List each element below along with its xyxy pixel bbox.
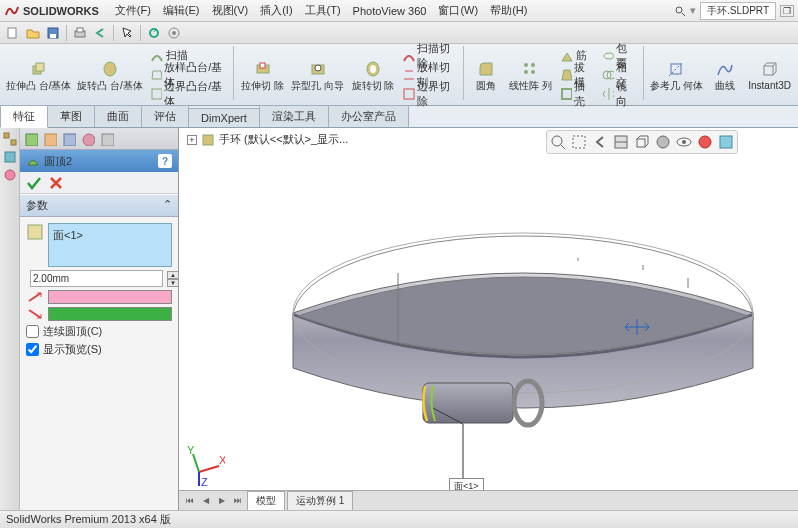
undo-icon[interactable] — [91, 24, 109, 42]
mirror-button[interactable]: 镜向 — [599, 85, 639, 103]
instant3d-button[interactable]: Instant3D — [745, 46, 794, 103]
svg-point-9 — [172, 31, 176, 35]
pm-tab-tree-icon[interactable] — [23, 131, 39, 147]
cut-revolve-button[interactable]: 旋转切 除 — [349, 46, 398, 103]
open-icon[interactable] — [24, 24, 42, 42]
hole-wizard-button[interactable]: 异型孔 向导 — [289, 46, 347, 103]
tab-nav-prev[interactable]: ◀ — [199, 494, 213, 508]
tab-nav-next[interactable]: ▶ — [215, 494, 229, 508]
continuous-dome-checkbox[interactable]: 连续圆顶(C) — [26, 324, 172, 339]
chk1-input[interactable] — [26, 325, 39, 338]
cut-extrude-button[interactable]: 拉伸切 除 — [238, 46, 287, 103]
tab-nav-last[interactable]: ⏭ — [231, 494, 245, 508]
restore-icon[interactable]: ❐ — [780, 5, 794, 17]
menu-insert[interactable]: 插入(I) — [254, 1, 298, 20]
svg-point-22 — [531, 63, 535, 67]
tab-dimxpert[interactable]: DimXpert — [188, 108, 260, 127]
svg-rect-37 — [45, 134, 57, 146]
status-text: SolidWorks Premium 2013 x64 版 — [6, 512, 171, 527]
status-bar: SolidWorks Premium 2013 x64 版 — [0, 510, 798, 528]
tab-render[interactable]: 渲染工具 — [259, 105, 329, 127]
graphics-viewport[interactable]: + 手环 (默认<<默认>_显示... — [179, 128, 798, 510]
face-select-icon — [26, 223, 44, 241]
model-render — [183, 138, 793, 498]
svg-point-19 — [370, 65, 376, 73]
svg-point-17 — [315, 65, 321, 71]
params-group-header[interactable]: 参数⌃ — [20, 194, 178, 217]
tab-office[interactable]: 办公室产品 — [328, 105, 409, 127]
show-preview-checkbox[interactable]: 显示预览(S) — [26, 342, 172, 357]
tab-sketch[interactable]: 草图 — [47, 105, 95, 127]
svg-point-12 — [104, 62, 116, 76]
brand-text: SOLIDWORKS — [23, 5, 99, 17]
pm-title: 圆顶2 — [44, 154, 72, 169]
svg-line-1 — [682, 13, 685, 16]
pm-tab-config-icon[interactable] — [61, 131, 77, 147]
collapse-icon[interactable]: ⌃ — [163, 198, 172, 213]
menu-tools[interactable]: 工具(T) — [299, 1, 347, 20]
color2-swatch[interactable] — [48, 307, 172, 321]
rebuild-icon[interactable] — [145, 24, 163, 42]
shell-button[interactable]: 抽壳 — [557, 85, 597, 103]
command-tabs: 特征 草图 曲面 评估 DimXpert 渲染工具 办公室产品 — [0, 106, 798, 128]
boundary-cut-button[interactable]: 边界切除 — [399, 85, 459, 103]
svg-rect-61 — [423, 383, 513, 423]
fillet-button[interactable]: 圆角 — [468, 46, 504, 103]
document-name: 手环.SLDPRT — [700, 2, 776, 20]
ref-geometry-button[interactable]: 参考几 何体 — [647, 46, 705, 103]
distance-spinner[interactable]: ▲▼ — [167, 271, 179, 287]
menu-bar: SOLIDWORKS 文件(F) 编辑(E) 视图(V) 插入(I) 工具(T)… — [0, 0, 798, 22]
sw-icon — [4, 3, 20, 19]
menu-photoview[interactable]: PhotoView 360 — [347, 3, 433, 19]
cancel-button[interactable] — [48, 175, 64, 191]
tab-nav-first[interactable]: ⏮ — [183, 494, 197, 508]
config-icon[interactable] — [3, 150, 17, 164]
pm-tab-render-icon[interactable] — [80, 131, 96, 147]
property-manager: 圆顶2 ? 参数⌃ 面<1> ▲▼ — [20, 128, 179, 510]
ok-button[interactable] — [26, 175, 42, 191]
params-group-body: 面<1> ▲▼ 连续圆顶(C) 显示预览(S) — [20, 217, 178, 366]
save-icon[interactable] — [44, 24, 62, 42]
move-manipulator[interactable] — [624, 318, 650, 339]
revolve-boss-button[interactable]: 旋转凸 台/基体 — [75, 46, 144, 103]
pm-tab-other-icon[interactable] — [99, 131, 115, 147]
tab-surface[interactable]: 曲面 — [94, 105, 142, 127]
extrude-boss-button[interactable]: 拉伸凸 台/基体 — [4, 46, 73, 103]
new-icon[interactable] — [4, 24, 22, 42]
view-triad: X Y Z — [185, 446, 225, 488]
menu-view[interactable]: 视图(V) — [206, 1, 255, 20]
search-icon[interactable] — [674, 5, 686, 17]
svg-rect-2 — [8, 28, 16, 38]
face-selection-box[interactable]: 面<1> — [48, 223, 172, 267]
menu-edit[interactable]: 编辑(E) — [157, 1, 206, 20]
model-tab[interactable]: 模型 — [247, 491, 285, 511]
menu-file[interactable]: 文件(F) — [109, 1, 157, 20]
svg-rect-25 — [562, 89, 572, 99]
menu-help[interactable]: 帮助(H) — [484, 1, 533, 20]
motion-study-tab[interactable]: 运动算例 1 — [287, 491, 353, 511]
select-icon[interactable] — [118, 24, 136, 42]
workspace: 圆顶2 ? 参数⌃ 面<1> ▲▼ — [0, 128, 798, 510]
svg-rect-20 — [404, 89, 414, 99]
feature-tree-icon[interactable] — [3, 132, 17, 146]
chk2-input[interactable] — [26, 343, 39, 356]
menu-window[interactable]: 窗口(W) — [432, 1, 484, 20]
print-icon[interactable] — [71, 24, 89, 42]
display-icon[interactable] — [3, 168, 17, 182]
dir2-icon — [26, 307, 44, 321]
ok-cancel-row — [20, 172, 178, 194]
linear-pattern-button[interactable]: 线性阵 列 — [506, 46, 555, 103]
tab-evaluate[interactable]: 评估 — [141, 105, 189, 127]
svg-text:Y: Y — [187, 446, 195, 456]
help-icon[interactable]: ? — [158, 154, 172, 168]
svg-point-24 — [531, 70, 535, 74]
svg-text:X: X — [219, 454, 225, 466]
curves-button[interactable]: 曲线 — [707, 46, 743, 103]
distance-input[interactable] — [30, 270, 163, 287]
boundary-button[interactable]: 边界凸台/基体 — [147, 85, 229, 103]
svg-rect-41 — [28, 225, 42, 239]
pm-tab-prop-icon[interactable] — [42, 131, 58, 147]
tab-features[interactable]: 特征 — [0, 105, 48, 128]
color1-swatch[interactable] — [48, 290, 172, 304]
options-icon[interactable] — [165, 24, 183, 42]
